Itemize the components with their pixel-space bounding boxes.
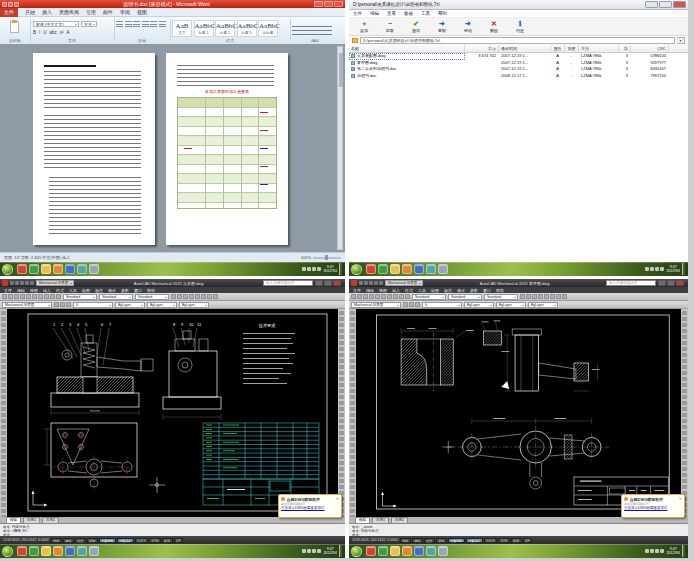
menu-item[interactable]: 参数 (121, 288, 129, 293)
taskbar-app-icon[interactable] (65, 546, 75, 556)
taskbar-app-icon[interactable] (426, 264, 436, 274)
taskbar-app-icon[interactable] (41, 264, 51, 274)
menu-item[interactable]: 工具 (418, 288, 426, 293)
extra-tool-icons[interactable] (520, 294, 567, 299)
popup-close-icon[interactable]: ✕ (679, 497, 682, 501)
mode-toggle-button[interactable]: DUCS (484, 538, 498, 543)
tray-clock[interactable]: 9:472012/9/4 (323, 265, 337, 273)
workspace-combo[interactable]: Mechanical 旧界面 (385, 280, 423, 286)
mode-toggle-button[interactable]: 对象追踪 (117, 538, 134, 543)
start-button[interactable] (2, 546, 13, 557)
extra-tool-icons[interactable] (171, 294, 218, 299)
taskbar-app-icon[interactable] (65, 264, 75, 274)
window-buttons[interactable] (658, 280, 684, 286)
taskbar-app-icon[interactable] (366, 546, 376, 556)
tray-icons[interactable] (645, 549, 664, 553)
address-dropdown-icon[interactable]: ▾ (677, 37, 685, 44)
close-button[interactable] (333, 280, 341, 286)
mode-toggle-button[interactable]: 正交 (75, 538, 86, 543)
workspace-combo-2[interactable]: Mechanical 旧界面 (2, 302, 52, 308)
taskbar-app-icon[interactable] (29, 546, 39, 556)
taskbar-app-icon[interactable] (414, 546, 424, 556)
toolbar-button[interactable]: − 提取 (377, 18, 403, 35)
zoom-slider[interactable] (313, 257, 341, 259)
draw-toolbar-vertical[interactable] (349, 309, 356, 517)
menu-item[interactable]: 帮助 (147, 288, 155, 293)
toolbar-button[interactable]: ℹ 信息 (507, 18, 533, 35)
show-desktop-button[interactable] (682, 545, 685, 557)
column-header[interactable]: 修改时间 (499, 45, 551, 52)
mode-toggle-button[interactable]: 极轴 (436, 538, 447, 543)
color-combo[interactable]: ByLayer (115, 302, 145, 308)
menu-item[interactable]: 绘图 (82, 288, 90, 293)
show-desktop-button[interactable] (682, 263, 685, 275)
dim-style-combo[interactable]: Standard (448, 294, 482, 300)
undo-icon[interactable] (8, 2, 13, 7)
taskbar-app-icon[interactable] (29, 264, 39, 274)
tray-icons[interactable] (302, 267, 321, 271)
maximize-button[interactable] (667, 280, 675, 286)
word-window-buttons[interactable] (314, 1, 343, 7)
taskbar-app-icon[interactable] (41, 546, 51, 556)
quick-access-toolbar[interactable] (359, 281, 383, 285)
taskbar-app-icon[interactable] (402, 264, 412, 274)
popup-close-icon[interactable]: ✕ (336, 497, 339, 501)
menu-item[interactable]: 视图 (379, 288, 387, 293)
taskbar-app-icon[interactable] (89, 264, 99, 274)
column-header[interactable]: 大小 (465, 45, 499, 52)
workspace-combo-2[interactable]: Mechanical 旧界面 (351, 302, 401, 308)
menu-item[interactable]: 窗口 (483, 288, 491, 293)
taskbar-app-icon[interactable] (77, 546, 87, 556)
style-chip[interactable]: AaBbC标题 3 (237, 20, 257, 37)
font-name-combo[interactable]: 宋体 (中文正文) (33, 21, 79, 27)
mode-toggle-button[interactable]: 捕捉 (51, 538, 62, 543)
zoom-slider-knob[interactable] (325, 255, 328, 260)
font-style-button[interactable]: U (43, 30, 46, 35)
mode-toggle-button[interactable]: 线宽 (511, 538, 522, 543)
mode-toggle-button[interactable]: 栅格 (63, 538, 74, 543)
taskbar-app-icon[interactable] (53, 546, 63, 556)
paste-button[interactable] (10, 21, 19, 33)
modify-toolbar-vertical[interactable] (681, 309, 688, 517)
taskbar-app-icon[interactable] (438, 264, 448, 274)
toolbar-button[interactable]: ＋ 添加 (351, 18, 377, 35)
taskbar-app-icon[interactable] (17, 546, 27, 556)
minimize-button[interactable] (315, 280, 323, 286)
file-tool-icons[interactable] (351, 294, 410, 299)
menu-item[interactable]: 帮助 (438, 11, 447, 16)
ribbon-tab[interactable]: 插入 (42, 8, 52, 17)
menu-item[interactable]: 文件 (4, 288, 12, 293)
menu-item[interactable]: 窗口 (134, 288, 142, 293)
style-chip[interactable]: AaBbC副标题 (258, 20, 278, 37)
document-area[interactable]: 各加工表面的加工余量表 (0, 44, 345, 252)
column-header[interactable]: CRC (631, 45, 669, 52)
menu-item[interactable]: 编辑 (17, 288, 25, 293)
mode-toggle-button[interactable]: DUCS (135, 538, 149, 543)
table-style-combo[interactable]: Standard (135, 294, 169, 300)
font-size-combo[interactable]: 五号 (81, 21, 97, 27)
ribbon-tab[interactable]: 邮件 (103, 8, 113, 17)
drawing-canvas[interactable]: 1 2 3 4 5 6 7 (7, 309, 338, 517)
tray-clock[interactable]: 9:472012/9/4 (323, 547, 337, 555)
menu-item[interactable]: 收藏 (404, 11, 413, 16)
minimize-button[interactable] (645, 1, 658, 8)
draw-toolbar-vertical[interactable] (0, 309, 7, 517)
quick-access-toolbar[interactable] (10, 281, 34, 285)
menu-item[interactable]: 格式 (56, 288, 64, 293)
tray-icons[interactable] (645, 267, 664, 271)
popup-link[interactable]: 点击进入DWG联盟查看详情 (624, 506, 682, 511)
file-row[interactable]: 说明书.doc 2008-12-17 1... A - LZMA:786k 3 … (349, 73, 688, 80)
mode-toggle-button[interactable]: QP (174, 538, 183, 543)
maximize-button[interactable] (324, 280, 332, 286)
show-desktop-button[interactable] (339, 545, 342, 557)
menu-item[interactable]: 查看 (387, 11, 396, 16)
mode-toggle-button[interactable]: 对象追踪 (466, 538, 483, 543)
save-icon[interactable] (2, 2, 7, 7)
mode-toggle-button[interactable]: 线宽 (162, 538, 173, 543)
taskbar-app-icon[interactable] (390, 546, 400, 556)
mode-toggle-button[interactable]: 正交 (424, 538, 435, 543)
toolbar-button[interactable]: ✔ 测试 (403, 18, 429, 35)
search-input[interactable]: 输入关键字或短语 (606, 280, 656, 286)
scrollbar-thumb[interactable] (339, 53, 343, 87)
vertical-scrollbar[interactable] (337, 46, 343, 250)
